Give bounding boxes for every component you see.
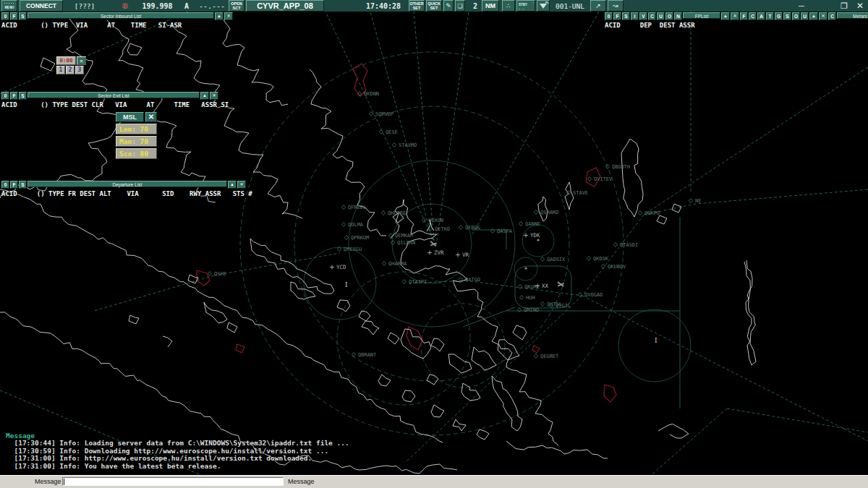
inbound-close-button[interactable]: ✕ xyxy=(224,12,233,20)
metar-close-button[interactable]: ✕ xyxy=(819,12,827,20)
fix-marker xyxy=(518,285,522,289)
toggle-button-S[interactable]: S xyxy=(19,12,27,20)
range-unit-button[interactable]: NM xyxy=(482,0,499,12)
msl-widget: MSL ✕ Lon: 70 Man: 70 Sco: 80 xyxy=(116,112,157,159)
inbound-collapse-button[interactable]: ▲ xyxy=(215,12,224,20)
fix-label-QBRANT: QBRANT xyxy=(358,352,377,358)
timer-display[interactable]: 0:00 xyxy=(56,56,76,65)
fix-marker xyxy=(456,253,460,257)
timer-close-button[interactable]: ✕ xyxy=(77,56,86,65)
toggle-button-N[interactable]: N xyxy=(674,12,682,20)
toggle-button-V[interactable]: V xyxy=(639,12,647,20)
inbound-list-title[interactable]: Sector Inbound List xyxy=(27,12,214,19)
toggle-button-F[interactable]: F xyxy=(613,12,621,20)
departure-list-title[interactable]: Departure List xyxy=(27,181,227,187)
toggle-button-F[interactable]: F xyxy=(10,92,18,100)
exit-close-button[interactable]: ✕ xyxy=(210,92,218,100)
toggle-button-F[interactable]: F xyxy=(10,12,18,20)
msl-close-button[interactable]: ✕ xyxy=(145,112,157,122)
toggle-button-I[interactable]: I xyxy=(631,12,639,20)
toggle-button-0[interactable]: 0 xyxy=(1,92,9,100)
departure-collapse-button[interactable]: ▲ xyxy=(228,181,237,189)
heading-vector-icon[interactable]: ↗ xyxy=(590,0,606,12)
coastlines xyxy=(0,13,756,474)
fix-label-QETKO: QETKO xyxy=(435,226,450,232)
minimize-button[interactable]: ─ xyxy=(796,0,807,12)
toggle-button-O[interactable]: O xyxy=(792,12,800,20)
toggle-button-A[interactable]: A xyxy=(757,12,765,20)
fplist-toggle-buttons: 0FSIVCUON xyxy=(605,12,682,20)
zoom-mode-icon[interactable]: ❏ xyxy=(455,0,465,12)
toggle-button-F[interactable]: F xyxy=(740,12,748,20)
fix-marker xyxy=(490,229,494,234)
restore-button[interactable]: ❐ xyxy=(838,0,851,12)
toggle-button-S[interactable]: S xyxy=(19,92,27,100)
connect-button[interactable]: CONNECT xyxy=(20,0,63,12)
toggle-button-0[interactable]: 0 xyxy=(1,12,9,20)
toggle-button-S[interactable]: S xyxy=(19,181,27,189)
primary-frequency[interactable]: 199.998 xyxy=(137,0,177,12)
secondary-frequency[interactable]: --.--- xyxy=(197,0,227,12)
euroscope-window: I I QKDNNSOMVUPQESESTAVMOQFREELQHUTREQOX… xyxy=(0,0,868,488)
message-input[interactable] xyxy=(62,477,284,486)
fix-label-NE: NE xyxy=(695,198,701,204)
close-button[interactable]: ✕ xyxy=(854,0,867,12)
fix-marker xyxy=(379,130,383,134)
exit-list-buttons: 0FS xyxy=(1,92,27,100)
metar-collapse-button[interactable]: ▲ xyxy=(809,12,818,20)
msl-london-row[interactable]: Lon: 70 xyxy=(116,124,157,134)
track-dots-icon[interactable]: ∴ xyxy=(502,0,515,12)
open-sct-line2: SCT xyxy=(233,6,241,10)
toggle-button-C[interactable]: C xyxy=(648,12,656,20)
toggle-button-T[interactable]: T xyxy=(766,12,774,20)
standby-mode-icon[interactable]: ▫ STBY :→▫ xyxy=(516,0,535,12)
toggle-button-U[interactable]: U xyxy=(657,12,665,20)
fix-marker xyxy=(540,257,544,262)
fplist-collapse-button[interactable]: ▲ xyxy=(721,12,730,20)
toggle-button-F[interactable]: F xyxy=(10,181,18,189)
toggle-button-S[interactable]: S xyxy=(622,12,630,20)
toggle-button-0[interactable]: 0 xyxy=(605,12,613,20)
other-set-button[interactable]: OTHER SET xyxy=(409,0,425,12)
toggle-button-S[interactable]: S xyxy=(783,12,791,20)
menu-button[interactable]: MENU xyxy=(1,0,17,12)
bottom-input-bar: Message Message xyxy=(0,475,868,488)
exit-list-title[interactable]: Sector Exit List xyxy=(27,92,200,98)
fplist-close-button[interactable]: ✕ xyxy=(731,12,739,20)
fix-marker xyxy=(587,177,591,181)
fix-marker xyxy=(344,236,348,240)
station-name[interactable]: CYVR_APP_08 xyxy=(246,0,324,12)
fix-marker xyxy=(534,210,537,215)
fix-label-QMINO: QMINO xyxy=(524,307,539,313)
radar-display[interactable]: I I QKDNNSOMVUPQESESTAVMOQFREELQHUTREQOX… xyxy=(0,0,868,488)
timer-digit-1[interactable]: 1 xyxy=(56,66,65,74)
toggle-button-G[interactable]: G xyxy=(775,12,783,20)
open-sct-button[interactable]: OPEN SCT xyxy=(229,0,244,12)
toggle-button-O[interactable]: O xyxy=(665,12,673,20)
metar-list-title[interactable]: Metars xyxy=(837,12,868,19)
frequency-mode[interactable]: A xyxy=(182,0,191,12)
flightplan-icon[interactable]: ✎ xyxy=(443,0,454,12)
msl-title[interactable]: MSL xyxy=(116,112,144,122)
msl-scope-row[interactable]: Sco: 80 xyxy=(116,148,157,159)
msl-manual-row[interactable]: Man: 70 xyxy=(116,136,157,147)
fplist-title[interactable]: FPList xyxy=(683,12,720,19)
text-caret xyxy=(64,479,64,485)
exit-collapse-button[interactable]: ▲ xyxy=(200,92,209,100)
voice-disconnect-icon[interactable]: ✆ ✕ xyxy=(118,0,132,12)
toggle-button-0[interactable]: 0 xyxy=(1,181,9,189)
timer-digit-2[interactable]: 2 xyxy=(66,66,75,74)
route-vector-icon[interactable]: ↝ xyxy=(608,0,624,12)
departure-close-button[interactable]: ✕ xyxy=(237,181,246,189)
fix-label-ZVR: ZVR xyxy=(434,249,444,256)
altitude-filter-icon[interactable]: FL xyxy=(537,0,550,12)
metar-c-button[interactable]: C xyxy=(828,12,836,20)
quick-set-button[interactable]: QUICK SET xyxy=(426,0,442,12)
log-line: [17:31:00] Info: http://www.euroscope.hu… xyxy=(6,455,349,463)
toggle-button-C[interactable]: C xyxy=(749,12,757,20)
fix-marker xyxy=(369,112,373,116)
controller-id: 001-UNL xyxy=(553,0,587,12)
toggle-button-U[interactable]: U xyxy=(801,12,809,20)
timer-digit-3[interactable]: 3 xyxy=(75,66,84,74)
range-value[interactable]: 2 xyxy=(470,0,480,12)
